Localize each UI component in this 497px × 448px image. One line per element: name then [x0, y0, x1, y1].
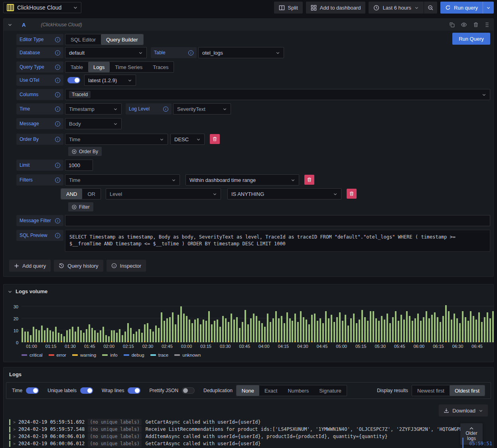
collapse-chevron-icon[interactable]: [8, 22, 12, 27]
volume-bar[interactable]: [108, 336, 110, 342]
volume-bar[interactable]: [387, 314, 388, 342]
volume-bar[interactable]: [400, 315, 402, 342]
columns-multiselect[interactable]: TraceId: [65, 89, 490, 100]
log-row[interactable]: >2024-02-19 05:59:57.548(no unique label…: [4, 426, 493, 433]
volume-bar[interactable]: [83, 333, 85, 342]
volume-bar[interactable]: [317, 321, 318, 342]
volume-bar[interactable]: [175, 324, 176, 342]
add-to-dashboard-button[interactable]: Add to dashboard: [306, 2, 366, 14]
volume-bar[interactable]: [77, 327, 79, 342]
volume-bar[interactable]: [481, 322, 483, 342]
volume-bar[interactable]: [47, 328, 48, 342]
volume-bar[interactable]: [214, 321, 215, 342]
volume-bar[interactable]: [183, 314, 185, 342]
volume-bar[interactable]: [423, 317, 424, 342]
volume-bar[interactable]: [361, 310, 363, 342]
volume-bar[interactable]: [155, 326, 157, 342]
volume-bar[interactable]: [91, 328, 93, 342]
volume-bar[interactable]: [297, 322, 299, 342]
volume-bar[interactable]: [328, 318, 329, 342]
info-icon[interactable]: i: [163, 107, 168, 112]
add-query-button[interactable]: Add query: [9, 260, 51, 272]
volume-bar[interactable]: [378, 321, 380, 342]
volume-bar[interactable]: [359, 320, 360, 342]
volume-bar[interactable]: [61, 334, 62, 342]
use-otel-toggle[interactable]: [67, 77, 80, 83]
volume-bar[interactable]: [94, 330, 96, 342]
download-button[interactable]: Download: [439, 405, 488, 416]
limit-input[interactable]: [65, 160, 93, 171]
volume-bar[interactable]: [245, 310, 246, 342]
info-icon[interactable]: i: [55, 78, 60, 83]
volume-bar[interactable]: [236, 317, 238, 342]
add-order-by-button[interactable]: Order By: [68, 147, 102, 156]
run-query-button[interactable]: Run query: [440, 2, 483, 14]
log-level-select[interactable]: SeverityText: [173, 103, 231, 114]
inspector-button[interactable]: Inspector: [106, 260, 146, 272]
volume-bar[interactable]: [253, 314, 254, 342]
volume-bar[interactable]: [414, 318, 416, 342]
volume-bar[interactable]: [86, 329, 87, 342]
remove-filter2-button[interactable]: [347, 189, 357, 199]
volume-bar[interactable]: [311, 315, 313, 342]
database-select[interactable]: default: [65, 47, 147, 58]
split-button[interactable]: Split: [274, 2, 303, 14]
volume-bar[interactable]: [100, 330, 101, 342]
volume-bar[interactable]: [75, 332, 76, 342]
volume-bar[interactable]: [52, 332, 54, 342]
volume-bar[interactable]: [367, 321, 369, 342]
filter-operator-select[interactable]: Within dashboard time range: [185, 174, 299, 186]
volume-bar[interactable]: [256, 316, 257, 342]
volume-bar[interactable]: [434, 312, 436, 342]
volume-bar[interactable]: [292, 321, 293, 342]
volume-bar[interactable]: [333, 322, 335, 342]
volume-bar[interactable]: [489, 318, 491, 342]
volume-bar[interactable]: [267, 314, 268, 342]
toggle-wrap-lines[interactable]: [128, 387, 140, 394]
volume-bar[interactable]: [261, 323, 263, 342]
volume-bar[interactable]: [24, 332, 26, 342]
log-row[interactable]: >2024-02-19 05:59:51.692(no unique label…: [4, 418, 493, 426]
volume-bar[interactable]: [111, 330, 112, 342]
volume-bar[interactable]: [191, 323, 193, 342]
volume-bar[interactable]: [27, 332, 29, 342]
option-signature[interactable]: Signature: [314, 385, 347, 396]
volume-bar[interactable]: [487, 312, 488, 342]
volume-bar[interactable]: [403, 320, 405, 342]
hide-response-eye-icon[interactable]: [461, 22, 467, 28]
volume-bar[interactable]: [164, 321, 165, 342]
volume-bar[interactable]: [459, 323, 461, 342]
volume-bar[interactable]: [116, 333, 118, 342]
time-column-select[interactable]: Timestamp: [65, 103, 122, 114]
volume-bar[interactable]: [428, 318, 430, 342]
volume-bar[interactable]: [442, 316, 444, 342]
volume-bar[interactable]: [147, 323, 148, 342]
volume-bar[interactable]: [456, 318, 458, 342]
volume-bar[interactable]: [278, 318, 280, 342]
info-icon[interactable]: i: [55, 218, 60, 223]
otel-version-select[interactable]: latest (1.2.9): [84, 75, 136, 86]
option-exact[interactable]: Exact: [259, 385, 283, 396]
volume-bar[interactable]: [122, 335, 123, 342]
volume-bar[interactable]: [342, 321, 343, 342]
volume-bar[interactable]: [138, 329, 140, 342]
volume-bar[interactable]: [448, 311, 450, 342]
volume-bar[interactable]: [462, 311, 463, 342]
volume-bar[interactable]: [398, 321, 399, 342]
volume-bar[interactable]: [239, 328, 241, 342]
volume-bar[interactable]: [152, 332, 154, 342]
option-time-series[interactable]: Time Series: [110, 62, 148, 72]
volume-bar[interactable]: [306, 320, 307, 342]
volume-bar[interactable]: [437, 317, 438, 342]
collapse-chevron-icon[interactable]: [8, 289, 12, 294]
expand-row-icon[interactable]: >: [13, 434, 16, 439]
log-row[interactable]: >2024-02-19 06:00:06.012(no unique label…: [4, 440, 493, 447]
filter2-operator-select[interactable]: IS ANYTHING: [227, 188, 341, 199]
volume-bar[interactable]: [38, 330, 40, 342]
volume-bar[interactable]: [105, 335, 107, 342]
expand-row-icon[interactable]: >: [13, 420, 16, 424]
volume-bar[interactable]: [451, 320, 452, 342]
volume-bar[interactable]: [197, 318, 199, 342]
volume-bar[interactable]: [308, 324, 310, 342]
volume-bar[interactable]: [72, 327, 73, 342]
